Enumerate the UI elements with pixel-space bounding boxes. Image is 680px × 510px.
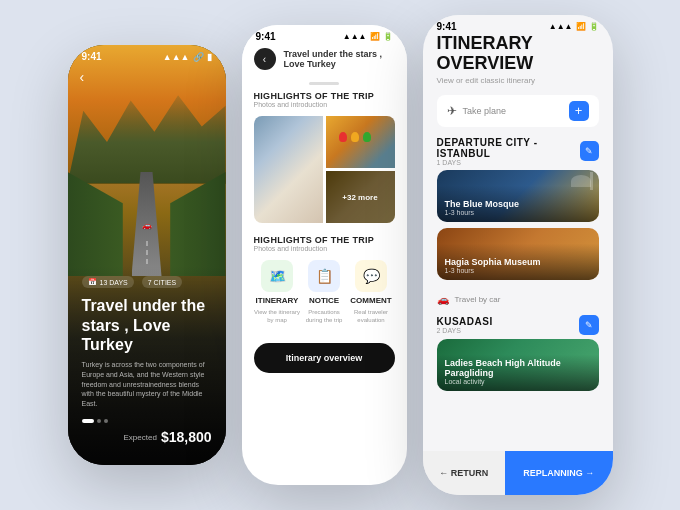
section1-sub: Photos and introduction bbox=[254, 101, 395, 108]
balloons bbox=[339, 132, 371, 142]
istanbul-city-name: DEPARTURE CITY - ISTANBUL bbox=[437, 137, 581, 159]
header-title: Travel under the stars , Love Turkey bbox=[284, 49, 395, 69]
mountain-img bbox=[254, 116, 323, 223]
notice-icon-item[interactable]: 📋 NOTICE Precautions during the trip bbox=[301, 260, 348, 325]
hagia-sophia-card[interactable]: Hagia Sophia Museum 1-3 hours bbox=[437, 228, 599, 280]
istanbul-edit-button[interactable]: ✎ bbox=[580, 141, 598, 161]
kusadasi-days: 2 DAYS bbox=[437, 327, 493, 334]
comment-label: COMMENT bbox=[350, 296, 391, 305]
road-line bbox=[146, 259, 147, 264]
balloon-yellow bbox=[351, 132, 359, 142]
comment-desc: Real traveler evaluation bbox=[348, 309, 395, 325]
dot-active bbox=[82, 419, 94, 423]
bottom-bar: ← RETURN REPLANNING → bbox=[423, 451, 613, 495]
phone3-time: 9:41 bbox=[437, 21, 457, 32]
road-scene: 🚗 bbox=[68, 45, 226, 276]
blue-mosque-time: 1-3 hours bbox=[445, 209, 520, 216]
phone2-time: 9:41 bbox=[256, 31, 276, 42]
road-lines bbox=[146, 241, 147, 264]
phone-2: 9:41 ▲▲▲ 📶 🔋 ‹ Travel under the stars , … bbox=[242, 25, 407, 485]
section1-title: HIGHLIGHTS OF THE TRIP bbox=[254, 91, 395, 101]
phone3-status-icons: ▲▲▲ 📶 🔋 bbox=[549, 22, 599, 31]
grass-left bbox=[68, 172, 123, 276]
hot-air-img bbox=[326, 116, 395, 168]
grass-right bbox=[170, 172, 225, 276]
blue-mosque-name: The Blue Mosque bbox=[445, 199, 520, 209]
return-button[interactable]: ← RETURN bbox=[423, 451, 506, 495]
phone2-header: ‹ Travel under the stars , Love Turkey bbox=[242, 44, 407, 78]
phone1-time: 9:41 bbox=[82, 51, 102, 62]
notice-desc: Precautions during the trip bbox=[301, 309, 348, 325]
transport-label: Take plane bbox=[463, 106, 563, 116]
car-icon: 🚗 bbox=[142, 221, 152, 230]
kusadasi-city-name: KUSADASI bbox=[437, 316, 493, 327]
section2-title: HIGHLIGHTS OF THE TRIP bbox=[254, 235, 395, 245]
phone1-status-bar: 9:41 ▲▲▲ 🔗 ▮ bbox=[68, 45, 226, 64]
replan-button[interactable]: REPLANNING → bbox=[505, 451, 612, 495]
hagia-name: Hagia Sophia Museum bbox=[445, 257, 541, 267]
phone1-bottom-content: 📅 13 DAYS 7 CITIES Travel under the star… bbox=[68, 266, 226, 465]
phone1-status-icons: ▲▲▲ 🔗 ▮ bbox=[163, 52, 212, 62]
car-transport-row: 🚗 Travel by car bbox=[437, 290, 599, 309]
kusadasi-edit-button[interactable]: ✎ bbox=[579, 315, 599, 335]
phone1-background: 9:41 ▲▲▲ 🔗 ▮ ‹ 🚗 bbox=[68, 45, 226, 465]
photo-hot-air[interactable] bbox=[326, 116, 395, 168]
battery-icon: 🔋 bbox=[589, 22, 599, 31]
phone2-status-bar: 9:41 ▲▲▲ 📶 🔋 bbox=[242, 25, 407, 44]
battery-icon: 🔋 bbox=[383, 32, 393, 41]
balloon-red bbox=[339, 132, 347, 142]
calendar-icon: 📅 bbox=[88, 278, 97, 286]
road-line bbox=[146, 241, 147, 246]
comment-icon-item[interactable]: 💬 COMMENT Real traveler evaluation bbox=[348, 260, 395, 325]
phone-3: 9:41 ▲▲▲ 📶 🔋 ITINERARY OVERVIEW View or … bbox=[423, 15, 613, 495]
wifi-icon: 📶 bbox=[576, 22, 586, 31]
more-photos-overlay[interactable]: +32 more bbox=[326, 171, 395, 223]
itinerary-overview-sub: View or edit classic itinerary bbox=[437, 76, 599, 85]
road-line bbox=[146, 250, 147, 255]
dots-indicator bbox=[82, 419, 212, 423]
phone2-content: HIGHLIGHTS OF THE TRIP Photos and introd… bbox=[242, 91, 407, 373]
istanbul-section: DEPARTURE CITY - ISTANBUL 1 DAYS ✎ The B… bbox=[437, 137, 599, 280]
price-row: Expected $18,800 bbox=[82, 429, 212, 445]
icons-row: 🗺️ ITINERARY View the itinerary by map 📋… bbox=[254, 260, 395, 325]
drag-handle[interactable] bbox=[309, 82, 339, 85]
days-badge: 📅 13 DAYS bbox=[82, 276, 134, 288]
screens-container: 9:41 ▲▲▲ 🔗 ▮ ‹ 🚗 bbox=[48, 0, 633, 510]
signal-icon: ▲▲▲ bbox=[549, 22, 573, 31]
expected-label: Expected bbox=[124, 433, 157, 442]
dot bbox=[97, 419, 101, 423]
blue-mosque-card[interactable]: The Blue Mosque 1-3 hours bbox=[437, 170, 599, 222]
paragliding-info: Ladies Beach High Altitude Paragliding L… bbox=[445, 358, 591, 385]
itinerary-label: ITINERARY bbox=[256, 296, 299, 305]
photo-mountain[interactable] bbox=[254, 116, 323, 223]
mosque-minaret bbox=[590, 172, 593, 190]
wifi-icon: 📶 bbox=[370, 32, 380, 41]
paragliding-card[interactable]: Ladies Beach High Altitude Paragliding L… bbox=[437, 339, 599, 391]
hagia-info: Hagia Sophia Museum 1-3 hours bbox=[445, 257, 541, 274]
dot bbox=[104, 419, 108, 423]
add-transport-button[interactable]: + bbox=[569, 101, 589, 121]
car-icon: 🚗 bbox=[437, 294, 449, 305]
notice-label: NOTICE bbox=[309, 296, 339, 305]
back-button[interactable]: ‹ bbox=[254, 48, 276, 70]
hagia-bg: Hagia Sophia Museum 1-3 hours bbox=[437, 228, 599, 280]
istanbul-days: 1 DAYS bbox=[437, 159, 581, 166]
section2: HIGHLIGHTS OF THE TRIP Photos and introd… bbox=[254, 235, 395, 325]
kusadasi-section: KUSADASI 2 DAYS ✎ Ladies Beach High Alti… bbox=[437, 315, 599, 391]
phone3-content: ITINERARY OVERVIEW View or edit classic … bbox=[423, 34, 613, 401]
itinerary-desc: View the itinerary by map bbox=[254, 309, 301, 325]
comment-icon: 💬 bbox=[355, 260, 387, 292]
itinerary-icon-item[interactable]: 🗺️ ITINERARY View the itinerary by map bbox=[254, 260, 301, 325]
overview-button[interactable]: Itinerary overview bbox=[254, 343, 395, 373]
photo-horse[interactable]: +32 more bbox=[326, 171, 395, 223]
itinerary-icon: 🗺️ bbox=[261, 260, 293, 292]
transport-row: ✈ Take plane + bbox=[437, 95, 599, 127]
paragliding-type: Local activity bbox=[445, 378, 591, 385]
cities-badge: 7 CITIES bbox=[142, 276, 182, 288]
battery-icon: ▮ bbox=[207, 52, 212, 62]
wifi-icon: 🔗 bbox=[193, 52, 204, 62]
trip-description: Turkey is across the two components of E… bbox=[82, 360, 212, 409]
phone1-back-button[interactable]: ‹ bbox=[80, 69, 85, 85]
notice-icon: 📋 bbox=[308, 260, 340, 292]
istanbul-header: DEPARTURE CITY - ISTANBUL 1 DAYS ✎ bbox=[437, 137, 599, 166]
